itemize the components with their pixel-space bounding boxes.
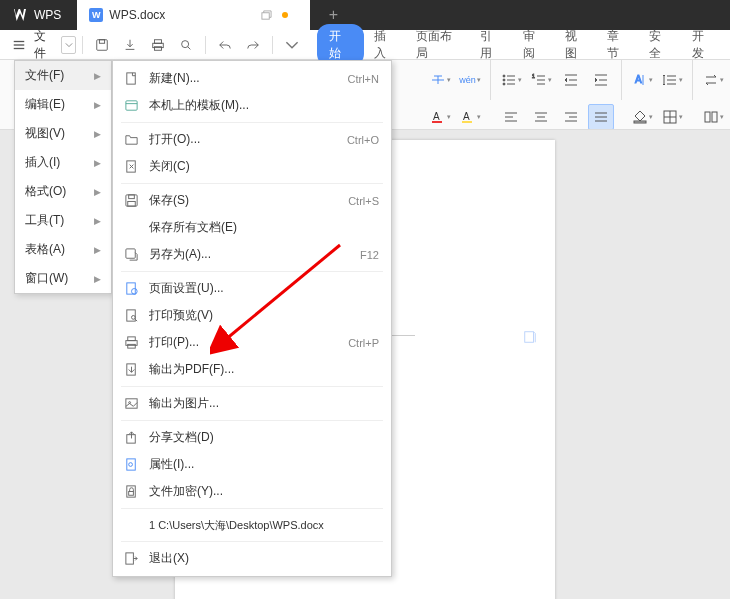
more-dropdown-icon[interactable] [279,34,305,56]
tab-modified-dot [282,12,288,18]
align-left-icon[interactable] [498,104,524,130]
file-menu-button[interactable]: 文件 [34,28,57,62]
strikethrough-icon[interactable]: ▾ [427,67,453,93]
svg-rect-0 [262,12,269,18]
file-dropdown-button[interactable] [61,36,76,54]
align-center-icon[interactable] [528,104,554,130]
file-recent-1[interactable]: 1 C:\Users\大海\Desktop\WPS.docx [113,512,391,538]
file-page-setup[interactable]: 页面设置(U)... [113,275,391,302]
svg-point-64 [131,316,135,320]
svg-text:1: 1 [532,73,535,79]
separator [205,36,206,54]
menu-tools[interactable]: 工具(T)▶ [15,206,111,235]
svg-point-14 [503,83,505,85]
menu-window[interactable]: 窗口(W)▶ [15,264,111,293]
redo-icon[interactable] [240,34,266,56]
align-justify-icon[interactable] [588,104,614,130]
folder-open-icon [123,132,139,148]
menu-view[interactable]: 视图(V)▶ [15,119,111,148]
indent-decrease-icon[interactable] [558,67,584,93]
svg-rect-52 [525,332,534,343]
file-save[interactable]: 保存(S) Ctrl+S [113,187,391,214]
file-label: 文件 [34,28,57,62]
svg-rect-4 [97,39,108,50]
file-print-preview[interactable]: 打印预览(V) [113,302,391,329]
file-close[interactable]: 关闭(C) [113,153,391,180]
app-tab[interactable]: WPS [0,0,73,30]
file-template[interactable]: 本机上的模板(M)... [113,92,391,119]
bullet-list-icon[interactable]: ▾ [498,67,524,93]
svg-rect-76 [125,553,133,564]
file-exit[interactable]: 退出(X) [113,545,391,572]
chevron-right-icon: ▶ [94,129,101,139]
file-save-as[interactable]: 另存为(A)... F12 [113,241,391,268]
highlight-icon[interactable]: A▾ [457,104,483,130]
font-color-icon[interactable]: A▾ [427,104,453,130]
menu-separator [121,508,383,509]
svg-rect-54 [125,101,136,110]
exit-icon [123,551,139,567]
svg-rect-53 [126,73,134,84]
print-icon [123,335,139,351]
file-properties[interactable]: 属性(I)... [113,451,391,478]
indent-increase-icon[interactable] [588,67,614,93]
print-icon[interactable] [145,34,171,56]
file-print[interactable]: 打印(P)... Ctrl+P [113,329,391,356]
preview-icon [123,308,139,324]
svg-rect-33 [462,121,472,123]
file-new[interactable]: 新建(N)... Ctrl+N [113,65,391,92]
document-tab[interactable]: W WPS.docx [77,0,310,30]
file-export-image[interactable]: 输出为图片... [113,390,391,417]
file-export-pdf[interactable]: 输出为PDF(F)... [113,356,391,383]
find-replace-icon[interactable]: ▾ [700,67,726,93]
svg-point-9 [182,40,189,47]
shading-icon[interactable]: ▾ [629,104,655,130]
file-open[interactable]: 打开(O)... Ctrl+O [113,126,391,153]
image-icon [123,396,139,412]
new-file-icon [123,71,139,87]
share-icon [123,430,139,446]
save-icon[interactable] [89,34,115,56]
file-save-all[interactable]: 保存所有文档(E) [113,214,391,241]
menu-separator [121,183,383,184]
text-direction-icon[interactable]: A▾ [629,67,655,93]
app-name: WPS [34,8,61,22]
menu-format[interactable]: 格式(O)▶ [15,177,111,206]
menu-separator [121,541,383,542]
main-menu: 文件(F)▶ 编辑(E)▶ 视图(V)▶ 插入(I)▶ 格式(O)▶ 工具(T)… [14,60,112,294]
svg-rect-59 [127,201,135,206]
wps-logo-icon [12,7,28,23]
properties-icon [123,457,139,473]
menu-edit[interactable]: 编辑(E)▶ [15,90,111,119]
numbered-list-icon[interactable]: 1▾ [528,67,554,93]
svg-rect-58 [128,195,134,199]
window-detach-icon[interactable] [261,10,272,21]
menu-insert[interactable]: 插入(I)▶ [15,148,111,177]
chevron-right-icon: ▶ [94,158,101,168]
doc-name: WPS.docx [109,8,165,22]
quick-toolbar: 文件 开始 插入 页面布局 引用 审阅 视图 章节 安全 开发 [0,30,730,60]
phonetic-icon[interactable]: wén▾ [457,67,483,93]
menu-file[interactable]: 文件(F)▶ [15,61,111,90]
align-right-icon[interactable] [558,104,584,130]
close-file-icon [123,159,139,175]
svg-rect-60 [125,249,134,258]
line-spacing-icon[interactable]: ▾ [659,67,685,93]
file-share[interactable]: 分享文档(D) [113,424,391,451]
chevron-right-icon: ▶ [94,216,101,226]
undo-icon[interactable] [212,34,238,56]
svg-rect-31 [432,121,442,123]
save-icon [123,193,139,209]
border-icon[interactable]: ▾ [659,104,685,130]
menu-table[interactable]: 表格(A)▶ [15,235,111,264]
hamburger-icon[interactable] [6,34,32,56]
svg-rect-50 [705,112,710,122]
svg-rect-75 [128,492,133,496]
file-encrypt[interactable]: 文件加密(Y)... [113,478,391,505]
preview-icon[interactable] [173,34,199,56]
styles-icon[interactable]: ▾ [700,104,726,130]
tab-controls [261,10,298,21]
svg-rect-51 [712,112,717,122]
export-icon[interactable] [117,34,143,56]
svg-rect-72 [126,459,134,470]
